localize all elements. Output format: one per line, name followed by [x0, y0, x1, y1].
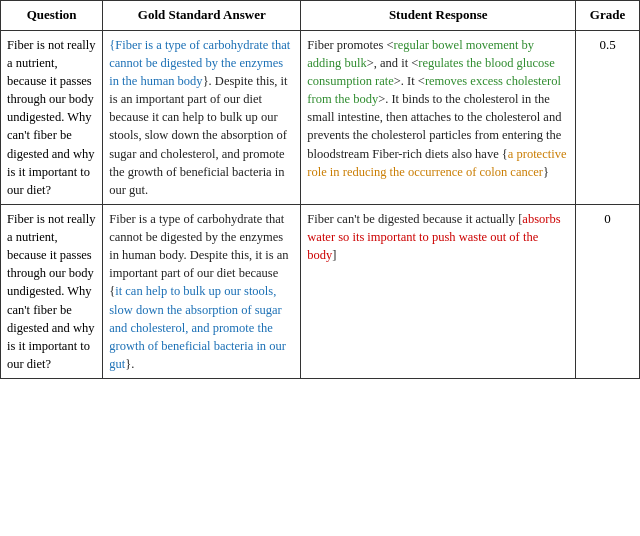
header-student: Student Response — [301, 1, 576, 31]
text-span: }. — [125, 357, 134, 371]
question-cell: Fiber is not really a nutrient, because … — [1, 204, 103, 378]
student-response-cell: Fiber promotes <regular bowel movement b… — [301, 30, 576, 204]
question-cell: Fiber is not really a nutrient, because … — [1, 30, 103, 204]
header-question: Question — [1, 1, 103, 31]
text-span: it can help to bulk up our stools, slow … — [109, 284, 286, 371]
text-span: } — [543, 165, 549, 179]
main-table: Question Gold Standard Answer Student Re… — [0, 0, 640, 379]
text-span: Fiber promotes < — [307, 38, 393, 52]
text-span: >, and it < — [367, 56, 419, 70]
grade-cell: 0 — [576, 204, 640, 378]
student-response-cell: Fiber can't be digested because it actua… — [301, 204, 576, 378]
table-row: Fiber is not really a nutrient, because … — [1, 204, 640, 378]
grade-cell: 0.5 — [576, 30, 640, 204]
text-span: }. Despite this, it is an important part… — [109, 74, 287, 197]
text-span: >. It < — [394, 74, 425, 88]
header-grade: Grade — [576, 1, 640, 31]
text-span: Fiber can't be digested because it actua… — [307, 212, 522, 226]
header-gold: Gold Standard Answer — [103, 1, 301, 31]
gold-answer-cell: Fiber is a type of carbohydrate that can… — [103, 204, 301, 378]
table-row: Fiber is not really a nutrient, because … — [1, 30, 640, 204]
gold-answer-cell: {Fiber is a type of carbohydrate that ca… — [103, 30, 301, 204]
text-span: ] — [332, 248, 336, 262]
